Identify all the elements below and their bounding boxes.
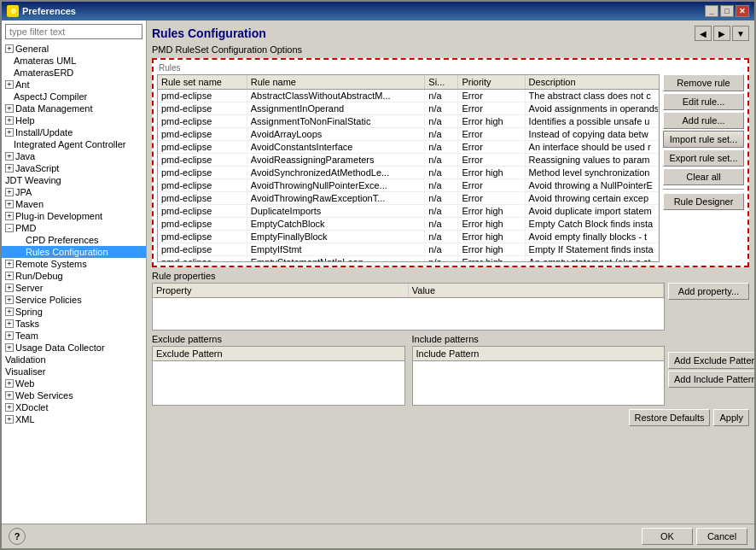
rule-designer-button[interactable]: Rule Designer <box>663 193 744 210</box>
sidebar-item-validation[interactable]: Validation <box>2 354 146 366</box>
col-header-value[interactable]: Value <box>408 284 663 298</box>
sidebar-item-spring[interactable]: +Spring <box>2 306 146 318</box>
sidebar-item-web-services[interactable]: +Web Services <box>2 389 146 401</box>
cell-ruleset: pmd-eclipse <box>158 243 247 256</box>
bottom-bar: ? OK Cancel <box>2 524 754 548</box>
add-property-button[interactable]: Add property... <box>668 283 749 300</box>
export-ruleset-button[interactable]: Export rule set... <box>663 149 744 167</box>
sidebar-item-help[interactable]: +Help <box>2 114 146 126</box>
sidebar-item-team[interactable]: +Team <box>2 330 146 342</box>
table-row[interactable]: pmd-eclipse AvoidReassigningParameters n… <box>158 154 659 167</box>
include-patterns-label: Include patterns <box>412 334 666 344</box>
sidebar-item-server[interactable]: +Server <box>2 282 146 294</box>
cell-ruleset: pmd-eclipse <box>158 205 247 218</box>
table-row[interactable]: pmd-eclipse EmptyCatchBlock n/a Error hi… <box>158 218 659 231</box>
sidebar-item-web[interactable]: +Web <box>2 377 146 389</box>
sidebar-item-javascript[interactable]: +JavaScript <box>2 162 146 174</box>
cell-priority: Error high <box>458 115 525 128</box>
sidebar-item-general[interactable]: +General <box>2 43 146 55</box>
patterns-section: Exclude patterns Exclude Pattern <box>152 334 749 406</box>
table-row[interactable]: pmd-eclipse AvoidSynchronizedAtMethodLe.… <box>158 167 659 179</box>
sidebar-item-java[interactable]: +Java <box>2 150 146 162</box>
cell-ruleset: pmd-eclipse <box>158 102 247 115</box>
import-ruleset-button[interactable]: Import rule set... <box>663 131 744 148</box>
cell-priority: Error <box>458 90 525 102</box>
col-header-desc[interactable]: Description <box>525 75 658 90</box>
filter-input[interactable] <box>5 24 142 39</box>
table-row[interactable]: pmd-eclipse AvoidArrayLoops n/a Error In… <box>158 128 659 141</box>
sidebar-item-data-mgmt[interactable]: +Data Management <box>2 102 146 114</box>
sidebar-item-jdt-weaving[interactable]: JDT Weaving <box>2 174 146 186</box>
edit-rule-button[interactable]: Edit rule... <box>663 93 744 110</box>
table-row[interactable]: pmd-eclipse EmptyStatementNotInLoop n/a … <box>158 256 659 263</box>
help-button[interactable]: ? <box>9 528 26 545</box>
cell-si: n/a <box>425 243 458 256</box>
sidebar-item-ant[interactable]: +Ant <box>2 79 146 91</box>
cell-ruleset: pmd-eclipse <box>158 179 247 192</box>
restore-defaults-button[interactable]: Restore Defaults <box>629 409 711 426</box>
cell-si: n/a <box>425 102 458 115</box>
table-row[interactable]: pmd-eclipse AvoidConstantsInterface n/a … <box>158 141 659 154</box>
ok-button[interactable]: OK <box>642 528 693 545</box>
col-header-rulename[interactable]: Rule name <box>247 75 425 90</box>
sidebar-item-integrated-agent[interactable]: Integrated Agent Controller <box>2 138 146 150</box>
col-header-property[interactable]: Property <box>153 284 408 298</box>
sidebar-item-remote-systems[interactable]: +Remote Systems <box>2 258 146 270</box>
maximize-button[interactable]: □ <box>720 5 734 17</box>
include-pattern-table: Include Pattern <box>413 347 665 361</box>
menu-button[interactable]: ▼ <box>732 26 749 41</box>
sidebar-item-run-debug[interactable]: +Run/Debug <box>2 270 146 282</box>
table-row[interactable]: pmd-eclipse AssignmentToNonFinalStatic n… <box>158 115 659 128</box>
remove-rule-button[interactable]: Remove rule <box>663 74 744 91</box>
table-row[interactable]: pmd-eclipse AvoidThrowingNullPointerExce… <box>158 179 659 192</box>
minimize-button[interactable]: _ <box>705 5 718 17</box>
pattern-action-buttons: Add Exclude Pattern Add Include Pattern <box>668 334 749 406</box>
table-row[interactable]: pmd-eclipse DuplicateImports n/a Error h… <box>158 205 659 218</box>
table-row[interactable]: pmd-eclipse AssignmentInOperand n/a Erro… <box>158 102 659 115</box>
table-row[interactable]: pmd-eclipse EmptyFinallyBlock n/a Error … <box>158 231 659 243</box>
cell-rulename: AvoidReassigningParameters <box>247 154 425 167</box>
table-row[interactable]: pmd-eclipse AvoidThrowingRawExceptionT..… <box>158 192 659 205</box>
cell-si: n/a <box>425 192 458 205</box>
col-header-priority[interactable]: Priority <box>458 75 525 90</box>
sidebar-item-cpd-prefs[interactable]: CPD Preferences <box>2 234 146 246</box>
sidebar-item-maven[interactable]: +Maven <box>2 198 146 210</box>
close-button[interactable]: ✕ <box>736 5 749 17</box>
sidebar-item-tasks[interactable]: +Tasks <box>2 318 146 330</box>
clear-all-button[interactable]: Clear all <box>663 168 744 185</box>
add-include-pattern-button[interactable]: Add Include Pattern <box>668 371 754 388</box>
sidebar-item-aspectj[interactable]: AspectJ Compiler <box>2 91 146 102</box>
forward-button[interactable]: ▶ <box>713 26 730 41</box>
table-row[interactable]: pmd-eclipse AbstractClassWithoutAbstract… <box>158 90 659 102</box>
col-header-exclude-pattern[interactable]: Exclude Pattern <box>153 347 404 361</box>
cancel-button[interactable]: Cancel <box>696 528 747 545</box>
add-rule-button[interactable]: Add rule... <box>663 112 744 129</box>
sidebar-item-amateras-erd[interactable]: AmaterasERD <box>2 67 146 79</box>
main-header: Rules Configuration ◀ ▶ ▼ <box>152 26 749 41</box>
sidebar-item-rules-config[interactable]: Rules Configuration <box>2 246 146 258</box>
col-header-si[interactable]: Si... <box>425 75 458 90</box>
nav-buttons: ◀ ▶ ▼ <box>695 26 749 41</box>
rule-props-table: Property Value <box>153 284 664 298</box>
table-row[interactable]: pmd-eclipse EmptyIfStmt n/a Error high E… <box>158 243 659 256</box>
col-header-ruleset[interactable]: Rule set name <box>158 75 247 90</box>
cell-si: n/a <box>425 256 458 263</box>
cell-priority: Error <box>458 154 525 167</box>
cell-priority: Error <box>458 128 525 141</box>
sidebar-item-amateras-uml[interactable]: Amateras UML <box>2 55 146 67</box>
add-exclude-pattern-button[interactable]: Add Exclude Pattern <box>668 352 754 369</box>
sidebar-item-xdoclet[interactable]: +XDoclet <box>2 401 146 413</box>
back-button[interactable]: ◀ <box>695 26 712 41</box>
sidebar-item-visualiser[interactable]: Visualiser <box>2 366 146 377</box>
sidebar-item-usage-data[interactable]: +Usage Data Collector <box>2 342 146 354</box>
cell-priority: Error <box>458 192 525 205</box>
sidebar-item-pmd[interactable]: -PMD <box>2 222 146 234</box>
sidebar-item-plugin-dev[interactable]: +Plug-in Development <box>2 210 146 222</box>
apply-button[interactable]: Apply <box>713 409 749 426</box>
col-header-include-pattern[interactable]: Include Pattern <box>413 347 665 361</box>
patterns-groups: Exclude patterns Exclude Pattern <box>152 334 665 406</box>
sidebar-item-jpa[interactable]: +JPA <box>2 186 146 198</box>
sidebar-item-xml[interactable]: +XML <box>2 413 146 425</box>
sidebar-item-install-update[interactable]: +Install/Update <box>2 126 146 138</box>
sidebar-item-service-policies[interactable]: +Service Policies <box>2 294 146 306</box>
